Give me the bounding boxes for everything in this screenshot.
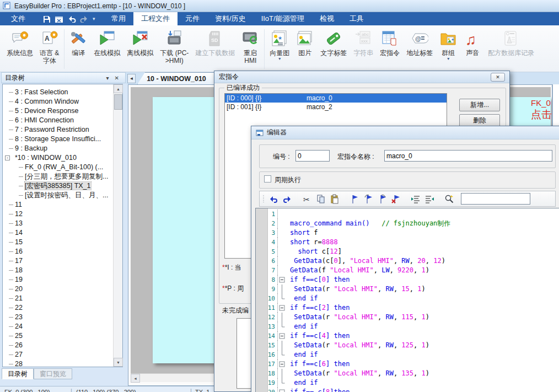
code-line[interactable]: 12 SetData(r "Local HMI", RW, 115, 1) — [256, 313, 559, 322]
tree-item[interactable]: 25 — [3, 331, 112, 341]
tree-scrollbar[interactable]: ▲ ▼ — [113, 84, 122, 367]
tree-item[interactable]: 27 — [3, 350, 112, 359]
menu-tab-changyong[interactable]: 常用 — [104, 12, 133, 25]
ribbon-sound-button[interactable]: ♫ 声音 — [460, 28, 485, 57]
scrollbar-thumb[interactable] — [114, 94, 122, 110]
ribbon-group-button[interactable]: ★ 群组 ▾ — [436, 28, 460, 61]
export-icon[interactable] — [55, 14, 63, 23]
tree-item[interactable]: 14 — [3, 228, 112, 238]
chevron-down-icon[interactable]: ▾ — [447, 57, 449, 61]
menu-tab-iiot[interactable]: IIoT/能源管理 — [254, 12, 312, 25]
code-line[interactable]: 17if f==c[6] then — [256, 359, 559, 369]
ribbon-compile-button[interactable]: 编译 — [66, 28, 90, 57]
tree-item[interactable]: 6 : HMI Connection — [3, 116, 112, 125]
fold-marker-icon[interactable] — [278, 388, 287, 392]
tab-directory-tree[interactable]: 目录树 — [2, 368, 34, 379]
chevron-down-icon[interactable]: ▾ — [278, 57, 281, 61]
scroll-up-icon[interactable]: ▲ — [114, 84, 123, 93]
tab-scroll-left-icon[interactable]: ◄ — [127, 74, 136, 83]
tree-item[interactable]: 8 : Storage Space Insuffici... — [3, 135, 112, 144]
panel-close-icon[interactable]: ✕ — [112, 75, 122, 81]
tree-item[interactable]: 24 — [3, 322, 112, 331]
bookmark-toggle-icon[interactable] — [349, 194, 360, 205]
find-icon[interactable] — [444, 194, 455, 205]
macro-name-input[interactable] — [384, 150, 552, 162]
code-line[interactable]: 15 SetData(r "Local HMI", RW, 125, 1) — [256, 341, 559, 350]
window-010-tab[interactable]: 10 - WINDOW_010 — [137, 72, 216, 84]
tree-item[interactable]: 13 — [3, 219, 112, 228]
code-line[interactable]: 7GetData(f "Local HMI", LW, 9220, 1) — [256, 266, 559, 275]
redo-icon[interactable] — [282, 194, 293, 205]
ribbon-simulate-online-button[interactable]: 在线模拟 — [90, 28, 123, 57]
tree-item[interactable]: 9 : Backup — [3, 144, 112, 153]
macro-number-input[interactable] — [295, 150, 330, 162]
tree-item[interactable]: 20 — [3, 284, 112, 294]
tree-item[interactable]: FK_0 (RW_A_Bit-100) (... — [3, 163, 112, 172]
macro-dialog-titlebar[interactable]: 宏指令 — [214, 71, 509, 83]
ribbon-macro-button[interactable]: 宏指令 — [377, 28, 403, 57]
menu-tab-gongju[interactable]: 工具 — [342, 12, 372, 25]
code-line[interactable]: 3short f — [256, 228, 559, 238]
code-line[interactable]: 18 SetData(r "Local HMI", RW, 135, 1) — [256, 369, 559, 378]
ribbon-restart-hmi-button[interactable]: 重启 HMI — [238, 28, 262, 65]
tree-item[interactable]: 3 : Fast Selection — [3, 88, 112, 97]
directory-tree[interactable]: 3 : Fast Selection4 : Common Window5 : D… — [2, 84, 123, 367]
bookmark-prev-icon[interactable] — [377, 194, 388, 205]
tree-item[interactable]: [宏密码385385] TX_1 — [3, 181, 112, 191]
scroll-down-icon[interactable]: ▼ — [114, 358, 123, 367]
fold-marker-icon[interactable] — [278, 359, 287, 369]
search-input[interactable] — [461, 193, 530, 205]
editor-dialog-titlebar[interactable]: 编辑器 — [251, 126, 559, 139]
tree-item[interactable]: 7 : Password Restriction — [3, 125, 112, 135]
tree-item[interactable]: 18 — [3, 266, 112, 275]
ribbon-vector-image-button[interactable]: ★ 向量图 ▾ — [266, 28, 293, 61]
delete-macro-button[interactable]: 删除 — [459, 114, 500, 127]
ribbon-simulate-offline-button[interactable]: 离线模拟 — [123, 28, 157, 57]
ribbon-language-font-button[interactable]: A 语言 & 字体 — [36, 28, 62, 65]
code-line[interactable]: 19 end if — [256, 378, 559, 388]
code-line[interactable]: 20if f== c[8]then — [256, 388, 559, 392]
code-line[interactable]: 2macro_command main() // fsjnzhouyan制作 — [256, 219, 559, 228]
code-line[interactable]: 11if f==c[2] then — [256, 303, 559, 313]
code-line[interactable]: 1 — [256, 210, 559, 219]
undo-icon[interactable] — [268, 194, 279, 205]
tree-item[interactable]: 16 — [3, 247, 112, 256]
menu-tab-ziliao-lishi[interactable]: 资料/历史 — [207, 12, 254, 25]
tree-item[interactable]: 4 : Common Window — [3, 97, 112, 106]
cut-icon[interactable]: ✂ — [302, 194, 313, 205]
tree-item[interactable]: [分三期，想要更多期复制... — [3, 172, 112, 181]
ribbon-address-tag-button[interactable]: @ 地址标签 — [403, 28, 436, 57]
ribbon-text-tag-button[interactable]: 文字标签 — [317, 28, 350, 57]
tree-collapse-icon[interactable]: - — [5, 155, 10, 160]
close-icon[interactable]: ✕ — [491, 73, 505, 82]
code-line[interactable]: 4short r=8888 — [256, 238, 559, 247]
macro-code-editor[interactable]: 12macro_command main() // fsjnzhouyan制作3… — [255, 208, 559, 392]
menu-tab-yuanjian[interactable]: 元件 — [178, 12, 207, 25]
macro-list-item[interactable]: [ID : 001] {I} macro_2 — [225, 103, 447, 111]
tree-item[interactable]: 23 — [3, 313, 112, 322]
redo-icon[interactable] — [80, 14, 89, 23]
tab-window-preview[interactable]: 窗口预览 — [34, 368, 72, 379]
indent-icon[interactable] — [410, 194, 421, 205]
fold-marker-icon[interactable] — [278, 303, 287, 313]
tree-item[interactable]: 21 — [3, 294, 112, 303]
code-line[interactable]: 6 GetData(c[0], "Local HMI", RW, 20, 12) — [256, 256, 559, 266]
outdent-icon[interactable] — [424, 194, 435, 205]
tree-item[interactable]: 17 — [3, 256, 112, 266]
bookmark-clear-icon[interactable] — [390, 194, 401, 205]
paste-icon[interactable] — [329, 194, 340, 205]
customize-caret-icon[interactable]: ▾ — [93, 16, 98, 22]
fold-marker-icon[interactable] — [278, 275, 287, 284]
tree-item[interactable]: [设置时按密码、日、月、... — [3, 191, 112, 200]
tree-item[interactable]: 26 — [3, 341, 112, 350]
tree-item[interactable]: 5 : Device Response — [3, 106, 112, 116]
tree-item[interactable]: 15 — [3, 238, 112, 247]
ribbon-download-button[interactable]: 下载 (PC- >HMI) — [157, 28, 192, 65]
code-line[interactable]: 8if f==c[0] then — [256, 275, 559, 284]
copy-icon[interactable] — [315, 194, 326, 205]
macro-list-item[interactable]: [ID : 000] {I} macro_0 — [225, 94, 447, 103]
tree-item[interactable]: -*10 : WINDOW_010 — [3, 153, 112, 163]
periodic-checkbox[interactable] — [264, 175, 271, 182]
menu-tab-gongchengwenjian[interactable]: 工程文件 — [133, 12, 178, 25]
tree-item[interactable]: 19 — [3, 275, 112, 284]
